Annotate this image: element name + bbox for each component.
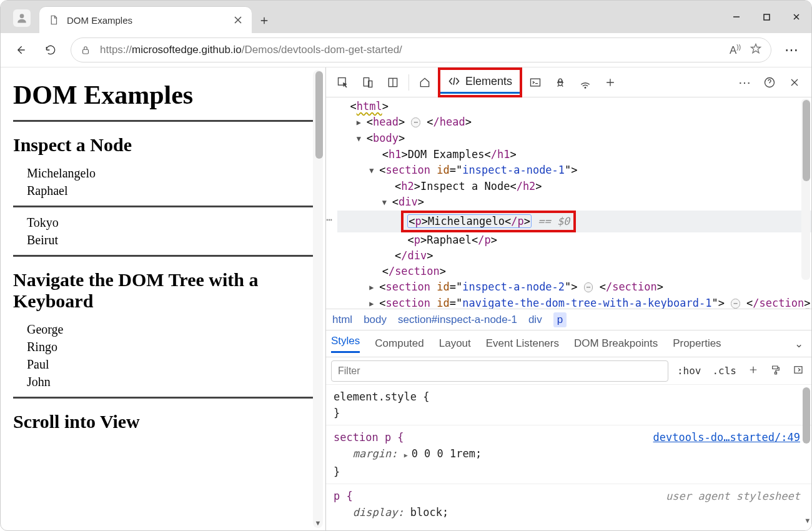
list-item[interactable]: Raphael — [27, 182, 313, 199]
favorite-icon[interactable] — [750, 42, 762, 57]
back-button[interactable] — [7, 36, 34, 64]
selected-node[interactable]: <p>Michelangelo</p> == $0 — [337, 211, 811, 232]
list-item[interactable]: Ringo — [27, 338, 313, 355]
list-item[interactable]: Michelangelo — [27, 164, 313, 182]
device-toggle-icon[interactable] — [356, 71, 380, 94]
close-tab-icon[interactable] — [233, 15, 243, 25]
browser-titlebar: DOM Examples — [1, 1, 811, 33]
tab-title: DOM Examples — [67, 15, 233, 26]
window-controls — [721, 1, 811, 33]
svg-rect-1 — [764, 14, 770, 20]
source-link[interactable]: devtools-do…started/:49 — [653, 429, 800, 445]
more-tools-icon[interactable]: ⋯ — [733, 71, 756, 94]
browser-tab[interactable]: DOM Examples — [39, 7, 252, 33]
refresh-button[interactable] — [37, 36, 64, 64]
section3-h2: Scroll into View — [13, 411, 313, 432]
svg-rect-11 — [775, 372, 777, 374]
highlight-elements-tab: Elements — [438, 67, 522, 97]
dom-tree[interactable]: <html> ▶<head> ⋯ </head> ▼<body> <h1>DOM… — [326, 97, 811, 309]
svg-rect-12 — [795, 366, 802, 373]
scroll-down-icon[interactable]: ▼ — [313, 518, 323, 528]
add-tab-icon[interactable] — [598, 71, 622, 94]
url-text: https://microsoftedge.github.io/Demos/de… — [100, 44, 725, 56]
sources-tab-icon[interactable] — [548, 71, 572, 94]
list-item[interactable]: Beirut — [27, 231, 313, 249]
computed-panel-icon[interactable] — [790, 362, 806, 380]
inspect-element-icon[interactable] — [331, 71, 355, 94]
scrollbar-thumb[interactable] — [315, 71, 323, 159]
minimize-button[interactable] — [721, 1, 751, 33]
paint-icon[interactable] — [768, 362, 784, 380]
list-item[interactable]: George — [27, 320, 313, 338]
maximize-button[interactable] — [751, 1, 781, 33]
styles-scrollbar-thumb[interactable] — [803, 387, 810, 444]
scroll-down-icon[interactable]: ▼ — [805, 513, 810, 529]
svg-rect-7 — [531, 79, 540, 86]
svg-rect-2 — [83, 49, 89, 54]
help-icon[interactable] — [758, 71, 781, 94]
page-viewport: DOM Examples Inspect a Node Michelangelo… — [1, 67, 325, 530]
crumb-item[interactable]: section#inspect-a-node-1 — [398, 314, 517, 326]
dom-breadcrumb[interactable]: html body section#inspect-a-node-1 div p — [326, 309, 811, 330]
cls-button[interactable]: .cls — [710, 362, 739, 379]
new-rule-icon[interactable] — [745, 362, 761, 380]
subtab-computed[interactable]: Computed — [375, 337, 423, 350]
page-h1: DOM Examples — [13, 80, 313, 110]
crumb-item[interactable]: body — [364, 314, 387, 326]
console-tab-icon[interactable] — [523, 71, 547, 94]
subtab-dom-breakpoints[interactable]: DOM Breakpoints — [574, 337, 658, 350]
ua-stylesheet-label: user agent stylesheet — [666, 488, 800, 504]
svg-point-0 — [20, 14, 24, 18]
address-bar[interactable]: https://microsoftedge.github.io/Demos/de… — [71, 37, 771, 62]
subtab-styles[interactable]: Styles — [331, 335, 360, 353]
tab-elements[interactable]: Elements — [440, 71, 520, 94]
styles-filter-bar: :hov .cls — [326, 357, 811, 385]
subtab-properties[interactable]: Properties — [673, 337, 721, 350]
section2-h2: Navigate the DOM Tree with a Keyboard — [13, 269, 313, 312]
browser-toolbar: https://microsoftedge.github.io/Demos/de… — [1, 33, 811, 67]
crumb-item[interactable]: html — [332, 314, 352, 326]
styles-pane[interactable]: element.style { } section p {devtools-do… — [326, 385, 811, 530]
styles-subtabs: Styles Computed Layout Event Listeners D… — [326, 330, 811, 357]
new-tab-button[interactable] — [252, 8, 277, 33]
section1-h2: Inspect a Node — [13, 134, 313, 156]
devtools-scrollbar-thumb[interactable] — [803, 100, 810, 181]
file-icon — [48, 14, 59, 26]
list-item[interactable]: John — [27, 373, 313, 390]
crumb-item-selected[interactable]: p — [553, 312, 567, 327]
scroll-down-icon[interactable]: ▼ — [805, 302, 810, 309]
hov-button[interactable]: :hov — [675, 362, 704, 379]
menu-button[interactable]: ⋯ — [778, 36, 805, 64]
dock-icon[interactable] — [381, 71, 405, 94]
styles-filter-input[interactable] — [331, 360, 668, 382]
subtab-layout[interactable]: Layout — [439, 337, 471, 350]
subtab-event-listeners[interactable]: Event Listeners — [486, 337, 559, 350]
list-item[interactable]: Paul — [27, 355, 313, 373]
network-tab-icon[interactable] — [573, 71, 597, 94]
svg-point-8 — [559, 79, 562, 82]
profile-avatar[interactable] — [13, 9, 31, 27]
svg-point-9 — [585, 87, 586, 88]
devtools-panel: Elements ⋯ <html> ▶<head> ⋯ </head> ▼<bo… — [325, 67, 811, 530]
close-window-button[interactable] — [781, 1, 811, 33]
welcome-tab-icon[interactable] — [413, 71, 437, 94]
list-item[interactable]: Tokyo — [27, 214, 313, 231]
more-subtabs-icon[interactable]: ⌄ — [791, 337, 806, 350]
crumb-item[interactable]: div — [528, 314, 542, 326]
close-devtools-icon[interactable] — [783, 71, 806, 94]
read-aloud-icon[interactable]: A)) — [730, 44, 741, 57]
devtools-tabs: Elements ⋯ — [326, 67, 811, 97]
lock-icon — [80, 44, 91, 56]
